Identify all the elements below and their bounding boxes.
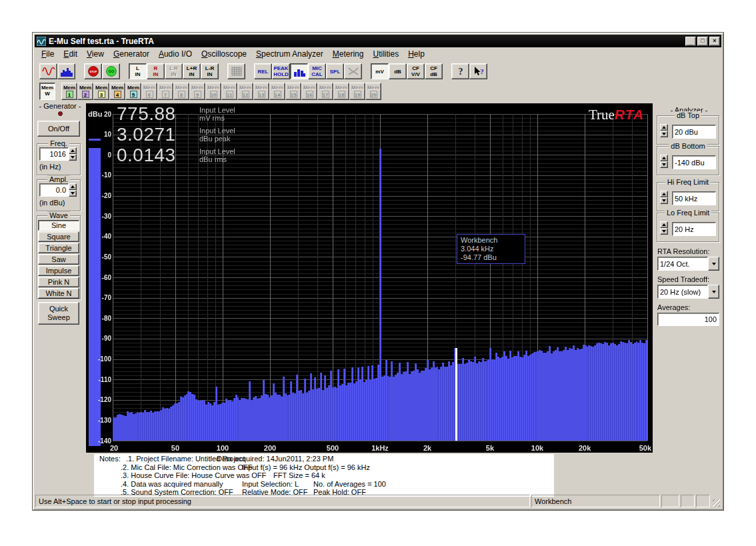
sine-generator-button[interactable] xyxy=(39,63,57,79)
crest-factor-vv-button[interactable]: CFV/V xyxy=(407,63,425,79)
spinner xyxy=(660,155,668,168)
db-top-input[interactable]: 20 dBu xyxy=(672,125,716,139)
generator-onoff-button[interactable]: On/Off xyxy=(37,121,80,137)
db-bottom-input[interactable]: -140 dBu xyxy=(672,155,716,169)
menu-audio-i-o[interactable]: Audio I/O xyxy=(154,48,197,60)
spin-up-button[interactable] xyxy=(660,155,668,161)
button-label: SPL xyxy=(330,69,341,75)
mem-5-button[interactable]: Mem5 xyxy=(125,83,141,100)
mem-11-button: Mem11 xyxy=(221,83,237,100)
units-db-button[interactable]: dB xyxy=(389,63,407,79)
button-label: 10 xyxy=(210,91,217,98)
help-button[interactable]: ? xyxy=(451,63,469,79)
speed-tradeoff-value: 20 Hz (slow) xyxy=(657,285,708,299)
bar-mode-button[interactable] xyxy=(290,63,308,79)
wave-pink-n-button[interactable]: Pink N xyxy=(38,277,79,287)
wave-impulse-button[interactable]: Impulse xyxy=(38,265,79,276)
button-label: Mem xyxy=(303,85,315,91)
button-label: 12 xyxy=(242,91,249,98)
notes-label: Notes: xyxy=(99,455,121,463)
wave-white-n-button[interactable]: White N xyxy=(38,288,79,299)
button-label: IN xyxy=(189,71,195,77)
spin-down-button[interactable] xyxy=(660,228,668,235)
button-label: CAL xyxy=(311,71,322,77)
units-mv-button[interactable]: mV xyxy=(371,63,389,79)
wave-saw-button[interactable]: Saw xyxy=(38,254,79,265)
group-label: Lo Freq Limit xyxy=(665,209,711,217)
context-help-button[interactable]: ? xyxy=(469,63,487,79)
rta-resolution-select[interactable]: 1/24 Oct. xyxy=(657,257,719,271)
spin-down-button[interactable] xyxy=(660,197,668,204)
ampl-spin-down[interactable] xyxy=(69,190,77,197)
mem-3-button[interactable]: Mem3 xyxy=(93,83,109,100)
freq-input[interactable]: 1016 xyxy=(39,147,69,161)
spin-up-button[interactable] xyxy=(660,124,668,131)
menu-file[interactable]: File xyxy=(37,48,59,60)
wave-sine-button[interactable]: Sine xyxy=(38,220,79,231)
averages-input[interactable]: 100 xyxy=(657,313,719,326)
dropdown-button[interactable] xyxy=(708,257,719,271)
stop-button[interactable]: STOP xyxy=(84,63,102,79)
input-left-button[interactable]: LIN xyxy=(129,63,147,79)
wave-square-button[interactable]: Square xyxy=(38,231,79,242)
mem-1-button[interactable]: Mem1 xyxy=(61,83,77,100)
memory-toolbar: MemWMem1Mem2Mem3Mem4Mem5Mem6Mem7Mem8Mem9… xyxy=(35,81,721,101)
note-row-4: .4. Data was acquired manuallyInput Sele… xyxy=(121,480,553,489)
spin-down-button[interactable] xyxy=(660,131,668,137)
ampl-group: Ampl. 0.0 (in dBu) xyxy=(37,179,81,211)
spectrum-display-button[interactable] xyxy=(57,63,75,79)
close-button[interactable]: × xyxy=(709,37,720,46)
speed-tradeoff-select[interactable]: 20 Hz (slow) xyxy=(657,285,719,299)
relative-mode-button[interactable]: REL xyxy=(254,63,272,79)
spl-button[interactable]: SPL xyxy=(326,63,344,79)
toolbar-group-2: STOPGO xyxy=(84,63,120,79)
ampl-spinner xyxy=(69,183,77,197)
minimize-button[interactable]: _ xyxy=(685,37,696,46)
mem-2-button[interactable]: Mem2 xyxy=(77,83,93,100)
up-arrow-icon xyxy=(662,223,666,226)
button-label: Mem xyxy=(319,85,331,91)
button-label: Mem xyxy=(239,85,251,91)
note-text: Input Selection: L xyxy=(242,480,299,488)
resize-grip[interactable] xyxy=(711,495,721,507)
menu-generator[interactable]: Generator xyxy=(109,48,154,60)
mem-18-button: Mem18 xyxy=(333,83,349,100)
mem-w-button[interactable]: MemW xyxy=(39,83,55,100)
context-help-icon: ? xyxy=(472,66,485,77)
crest-factor-db-button[interactable]: CFdB xyxy=(425,63,443,79)
menu-oscilloscope[interactable]: Oscilloscope xyxy=(197,48,251,60)
menu-edit[interactable]: Edit xyxy=(59,48,82,60)
button-label: 15 xyxy=(290,91,297,98)
freq-spin-down[interactable] xyxy=(69,154,77,161)
button-label: Mem xyxy=(41,85,53,91)
menu-view[interactable]: View xyxy=(82,48,109,60)
note-row-1: .1. Project Filename: Untitled ProjectDa… xyxy=(121,455,553,463)
spin-down-button[interactable] xyxy=(660,161,668,168)
note-text: .3. House Curve File: House Curve was OF… xyxy=(121,471,266,479)
notes-area[interactable]: Notes: .1. Project Filename: Untitled Pr… xyxy=(94,454,554,497)
input-l-plus-r-button[interactable]: L+RIN xyxy=(183,63,201,79)
mic-cal-button[interactable]: MICCAL xyxy=(308,63,326,79)
spin-up-button[interactable] xyxy=(660,191,668,197)
menu-utilities[interactable]: Utilities xyxy=(368,48,403,60)
ampl-input[interactable]: 0.0 xyxy=(39,183,69,197)
lo-freq-limit-input[interactable]: 20 Hz xyxy=(672,222,716,236)
maximize-button[interactable]: □ xyxy=(697,37,708,46)
mem-4-button[interactable]: Mem4 xyxy=(109,83,125,100)
go-button[interactable]: GO xyxy=(102,63,120,79)
button-label: 6 xyxy=(146,91,153,98)
ampl-spin-up[interactable] xyxy=(69,183,77,190)
dropdown-button[interactable] xyxy=(708,285,719,299)
spin-up-button[interactable] xyxy=(660,221,668,228)
menu-spectrum-analyzer[interactable]: Spectrum Analyzer xyxy=(251,48,328,60)
input-right-button[interactable]: RIN xyxy=(147,63,165,79)
menu-metering[interactable]: Metering xyxy=(328,48,369,60)
peak-hold-button[interactable]: PEAKHOLD xyxy=(272,63,290,79)
quick-sweep-button[interactable]: Quick Sweep xyxy=(38,302,79,325)
app-window: E-Mu Self test.rta - TrueRTA _ □ × FileE… xyxy=(32,32,724,511)
menu-help[interactable]: Help xyxy=(403,48,429,60)
input-l-minus-r-button[interactable]: L-RIN xyxy=(201,63,219,79)
wave-triangle-button[interactable]: Triangle xyxy=(38,243,79,253)
freq-spin-up[interactable] xyxy=(69,147,77,154)
hi-freq-limit-input[interactable]: 50 kHz xyxy=(672,191,716,205)
